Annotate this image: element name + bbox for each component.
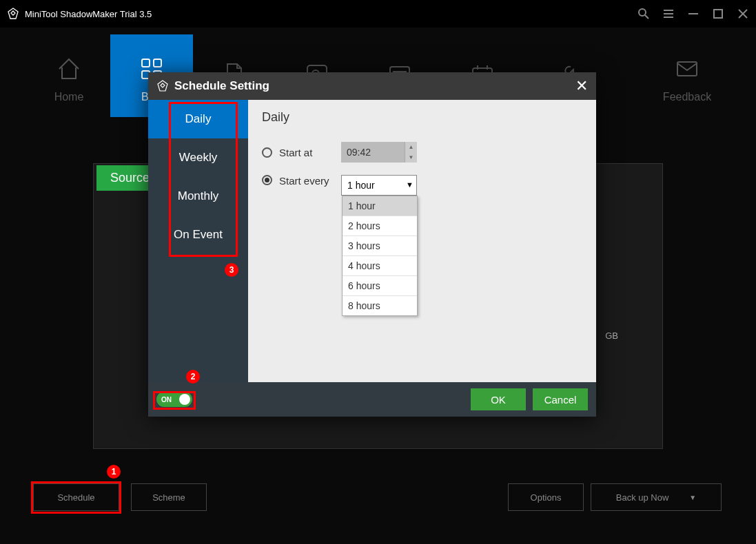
close-icon[interactable] [737,8,749,20]
start-every-label: Start every [279,175,334,187]
time-spinner[interactable]: ▲▼ [405,142,417,163]
app-title: MiniTool ShadowMaker Trial 3.5 [25,9,637,19]
dropdown-option[interactable]: 1 hour [343,196,417,216]
start-every-dropdown: 1 hour 2 hours 3 hours 4 hours 6 hours 8… [342,196,418,316]
dropdown-option[interactable]: 3 hours [343,236,417,256]
dropdown-option[interactable]: 6 hours [343,276,417,296]
svg-rect-24 [677,62,697,76]
close-icon[interactable]: ✕ [575,77,588,95]
schedule-button[interactable]: Schedule [33,483,119,511]
envelope-icon [673,55,701,83]
tab-weekly[interactable]: Weekly [148,138,248,177]
tab-daily[interactable]: Daily [148,100,248,138]
toggle-knob [179,394,190,405]
svg-point-0 [639,9,646,16]
chevron-down-icon[interactable]: ▼ [405,152,417,163]
annotation-number-1: 1 [107,465,121,479]
svg-rect-10 [154,59,161,67]
dialog-header: Schedule Setting ✕ [148,72,596,100]
nav-home[interactable]: Home [28,34,110,117]
schedule-setting-dialog: Schedule Setting ✕ Daily Weekly Monthly … [148,72,596,417]
nav-label: Home [54,91,84,103]
options-button[interactable]: Options [508,483,584,511]
scheme-button[interactable]: Scheme [131,483,207,511]
dropdown-option[interactable]: 8 hours [343,296,417,315]
menu-icon[interactable] [662,8,675,20]
maximize-icon[interactable] [712,8,724,20]
schedule-toggle[interactable]: ON [156,392,192,407]
ok-button[interactable]: OK [471,388,526,410]
start-every-select[interactable]: 1 hour ▼ 1 hour 2 hours 3 hours 4 hours … [341,175,417,196]
chevron-down-icon: ▼ [406,180,413,189]
nav-label: Feedback [663,91,711,103]
titlebar: MiniTool ShadowMaker Trial 3.5 [0,0,756,28]
cancel-button[interactable]: Cancel [533,388,588,410]
chevron-up-icon[interactable]: ▲ [405,142,417,152]
svg-rect-9 [142,59,150,67]
minimize-icon[interactable] [687,8,699,20]
dialog-footer: ON OK Cancel [148,382,596,417]
start-at-radio[interactable] [262,147,272,158]
content-heading: Daily [262,110,582,125]
tab-on-event[interactable]: On Event [148,216,248,254]
start-every-radio[interactable] [262,175,272,185]
start-at-time-input[interactable]: 09:42 ▲▼ [341,142,417,163]
dialog-sidebar: Daily Weekly Monthly On Event [148,100,248,382]
dropdown-option[interactable]: 4 hours [343,256,417,276]
search-icon[interactable] [637,8,650,20]
storage-info: GB [605,331,618,341]
app-logo-icon [7,8,19,20]
svg-line-1 [645,15,648,19]
dropdown-option[interactable]: 2 hours [343,216,417,236]
backup-now-button[interactable]: Back up Now▼ [591,483,722,511]
tab-monthly[interactable]: Monthly [148,177,248,216]
chevron-down-icon: ▼ [689,494,696,501]
nav-feedback[interactable]: Feedback [646,34,728,117]
dialog-logo-icon [156,80,169,92]
home-icon [55,55,83,83]
dialog-content: Daily Start at 09:42 ▲▼ Start every 1 ho… [248,100,596,382]
start-at-label: Start at [279,147,334,158]
dialog-title: Schedule Setting [174,79,575,93]
svg-rect-6 [714,10,722,18]
